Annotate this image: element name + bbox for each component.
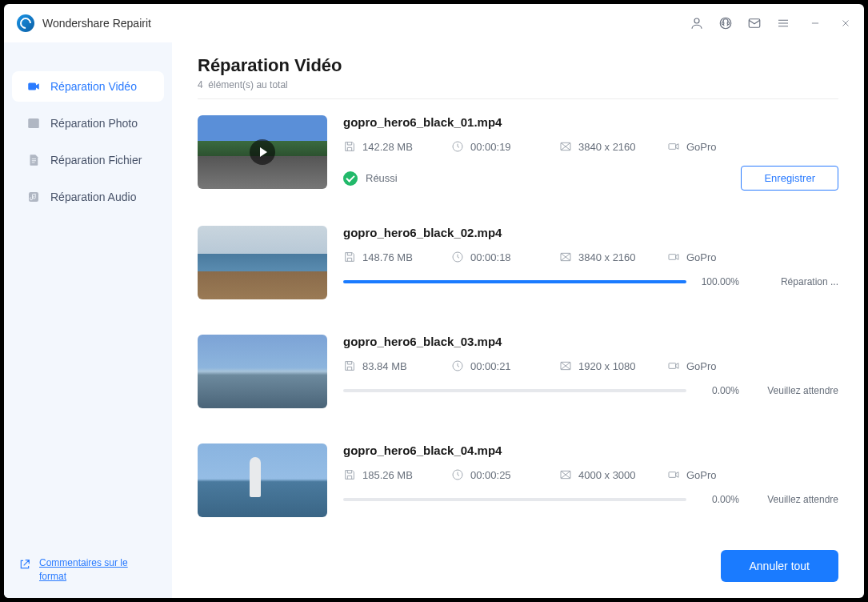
item-list: gopro_hero6_black_01.mp4 142.28 MB 00:00…	[172, 99, 864, 537]
close-icon[interactable]	[840, 18, 851, 29]
progress-status: Réparation ...	[750, 276, 838, 287]
file-name: gopro_hero6_black_01.mp4	[343, 115, 838, 129]
meta-duration: 00:00:25	[451, 468, 559, 481]
camera-icon	[667, 251, 680, 263]
svg-rect-4	[749, 19, 760, 28]
sidebar: Réparation Vidéo Réparation Photo Répara…	[4, 42, 172, 598]
sidebar-item-audio[interactable]: Réparation Audio	[12, 182, 164, 212]
camera-icon	[667, 140, 680, 153]
video-thumbnail[interactable]	[198, 443, 327, 517]
resolution-icon	[559, 140, 572, 153]
titlebar: Wondershare Repairit	[4, 4, 864, 42]
size-value: 142.28 MB	[362, 141, 413, 153]
count-number: 4	[198, 79, 203, 90]
device-value: GoPro	[686, 469, 717, 481]
cancel-all-button[interactable]: Annuler tout	[721, 550, 839, 582]
svg-rect-8	[29, 192, 38, 202]
sidebar-footer: Commentaires sur le format	[4, 542, 172, 598]
support-icon[interactable]	[718, 16, 733, 30]
disk-icon	[343, 468, 356, 481]
account-icon[interactable]	[690, 16, 704, 30]
meta-row: 185.26 MB 00:00:25 4000 x 3000 GoPro	[343, 468, 838, 481]
meta-resolution: 1920 x 1080	[559, 359, 667, 372]
resolution-value: 4000 x 3000	[578, 469, 636, 481]
list-item: gopro_hero6_black_01.mp4 142.28 MB 00:00…	[198, 99, 838, 210]
meta-size: 142.28 MB	[343, 140, 451, 153]
camera-icon	[667, 468, 680, 481]
duration-value: 00:00:25	[470, 469, 511, 481]
video-thumbnail[interactable]	[198, 226, 327, 299]
clock-icon	[451, 359, 464, 372]
meta-duration: 00:00:18	[451, 251, 559, 263]
main-header: Réparation Vidéo 4 élément(s) au total	[172, 42, 864, 98]
mail-icon[interactable]	[747, 16, 762, 30]
size-value: 185.26 MB	[362, 469, 413, 481]
save-button[interactable]: Enregistrer	[741, 166, 838, 191]
resolution-icon	[559, 251, 572, 263]
sidebar-item-label: Réparation Audio	[50, 191, 136, 203]
audio-icon	[26, 190, 41, 204]
body: Réparation Vidéo Réparation Photo Répara…	[4, 42, 864, 598]
sidebar-item-video[interactable]: Réparation Vidéo	[12, 71, 164, 102]
play-icon[interactable]	[250, 139, 275, 165]
meta-resolution: 4000 x 3000	[559, 468, 667, 481]
device-value: GoPro	[686, 141, 717, 153]
list-item: gopro_hero6_black_02.mp4 148.76 MB 00:00…	[198, 210, 838, 319]
menu-icon[interactable]	[776, 16, 790, 30]
footer: Annuler tout	[172, 537, 864, 598]
progress-bar	[343, 389, 686, 392]
svg-rect-5	[28, 83, 36, 90]
video-thumbnail[interactable]	[198, 335, 327, 408]
svg-point-0	[694, 18, 699, 23]
success-icon	[343, 171, 358, 186]
resolution-icon	[559, 468, 572, 481]
disk-icon	[343, 359, 356, 372]
sidebar-item-photo[interactable]: Réparation Photo	[12, 108, 164, 138]
sidebar-item-file[interactable]: Réparation Fichier	[12, 145, 164, 175]
meta-duration: 00:00:21	[451, 359, 559, 372]
svg-rect-14	[669, 255, 676, 260]
item-body: gopro_hero6_black_01.mp4 142.28 MB 00:00…	[343, 115, 838, 191]
duration-value: 00:00:21	[470, 360, 511, 372]
meta-resolution: 3840 x 2160	[559, 251, 667, 263]
file-icon	[26, 153, 41, 167]
progress-bar	[343, 280, 686, 283]
app-title: Wondershare Repairit	[42, 17, 151, 30]
meta-row: 142.28 MB 00:00:19 3840 x 2160 GoPro	[343, 140, 838, 153]
device-value: GoPro	[686, 251, 717, 263]
sidebar-item-label: Réparation Fichier	[50, 154, 142, 167]
progress-status: Veuillez attendre	[750, 494, 838, 505]
resolution-value: 3840 x 2160	[578, 251, 636, 263]
meta-size: 83.84 MB	[343, 359, 451, 372]
feedback-link[interactable]: Commentaires sur le format	[39, 556, 158, 584]
video-thumbnail[interactable]	[198, 115, 327, 189]
main: Réparation Vidéo 4 élément(s) au total g…	[172, 42, 864, 598]
svg-rect-11	[669, 144, 676, 150]
status-text: Réussi	[366, 172, 398, 184]
progress-status: Veuillez attendre	[750, 385, 838, 396]
device-value: GoPro	[686, 360, 717, 372]
minimize-icon[interactable]	[810, 18, 821, 29]
item-body: gopro_hero6_black_04.mp4 185.26 MB 00:00…	[343, 443, 838, 517]
item-body: gopro_hero6_black_03.mp4 83.84 MB 00:00:…	[343, 335, 838, 408]
meta-device: GoPro	[667, 468, 747, 481]
size-value: 83.84 MB	[362, 360, 407, 372]
list-item: gopro_hero6_black_04.mp4 185.26 MB 00:00…	[198, 427, 838, 536]
status-row: Réussi Enregistrer	[343, 166, 838, 191]
progress-percent: 0.00%	[698, 494, 739, 505]
disk-icon	[343, 251, 356, 263]
external-link-icon	[18, 558, 31, 571]
item-count: 4 élément(s) au total	[198, 79, 838, 90]
progress-fill	[343, 280, 686, 283]
item-body: gopro_hero6_black_02.mp4 148.76 MB 00:00…	[343, 226, 838, 299]
camera-icon	[667, 359, 680, 372]
file-name: gopro_hero6_black_02.mp4	[343, 226, 838, 239]
meta-resolution: 3840 x 2160	[559, 140, 667, 153]
resolution-icon	[559, 359, 572, 372]
meta-device: GoPro	[667, 359, 747, 372]
app-logo-icon	[17, 14, 34, 32]
svg-rect-17	[669, 363, 676, 369]
count-suffix: élément(s) au total	[208, 79, 287, 90]
meta-row: 148.76 MB 00:00:18 3840 x 2160 GoPro	[343, 251, 838, 263]
resolution-value: 3840 x 2160	[578, 141, 636, 153]
